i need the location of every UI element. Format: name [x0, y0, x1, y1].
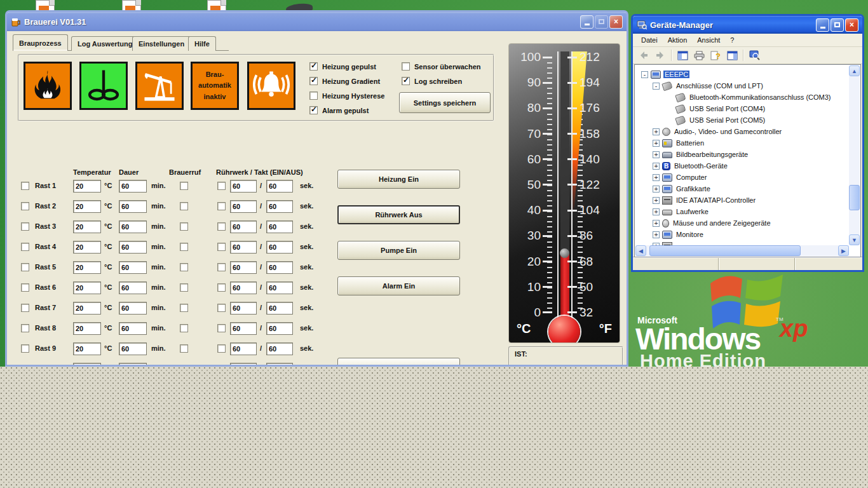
rast-ruehrwerk-checkbox[interactable]	[217, 263, 226, 271]
rast-brauerruf-checkbox[interactable]	[180, 324, 188, 332]
tree-item-ide[interactable]: + IDE ATA/ATAPI-Controller	[636, 194, 848, 206]
device-manager-titlebar[interactable]: Geräte-Manager ×	[633, 16, 862, 34]
expand-expander[interactable]: +	[653, 220, 660, 227]
rast-takt-ein-input[interactable]	[230, 200, 257, 213]
vertical-scrollbar[interactable]: ▲ ▼	[849, 65, 860, 245]
vertical-scroll-thumb[interactable]	[849, 185, 860, 210]
rast-temp-input[interactable]	[73, 342, 101, 355]
expand-expander[interactable]: +	[653, 174, 660, 181]
expand-expander[interactable]: +	[653, 128, 660, 135]
checkbox[interactable]	[309, 62, 318, 71]
rast-brauerruf-checkbox[interactable]	[180, 344, 188, 353]
rast-takt-aus-input[interactable]	[266, 200, 293, 213]
expand-expander[interactable]: +	[653, 231, 660, 238]
forward-icon[interactable]	[653, 49, 667, 62]
rast-enable-checkbox[interactable]	[21, 243, 29, 251]
pumpe-ein-button[interactable]: Pumpe Ein	[337, 241, 460, 260]
rast-ruehrwerk-checkbox[interactable]	[217, 243, 226, 251]
scroll-down-icon[interactable]: ▼	[849, 234, 860, 245]
rast-takt-ein-input[interactable]	[230, 220, 257, 233]
help-icon[interactable]: ?	[709, 49, 722, 62]
console-tree-icon[interactable]	[675, 49, 689, 62]
rast-enable-checkbox[interactable]	[21, 263, 29, 271]
minimize-button[interactable]	[580, 15, 593, 29]
tree-item-monitore[interactable]: + Monitore	[636, 229, 848, 240]
rast-takt-ein-input[interactable]	[230, 180, 257, 193]
heating-indicator[interactable]	[24, 62, 72, 110]
rast-brauerruf-checkbox[interactable]	[180, 243, 188, 251]
tree-item-batterien[interactable]: + Batterien	[636, 137, 848, 149]
expand-expander[interactable]: +	[653, 151, 660, 158]
tab-log-auswertung[interactable]: Log Auswertung	[71, 36, 139, 51]
rast-takt-ein-input[interactable]	[230, 281, 257, 294]
alarm-indicator[interactable]	[247, 62, 295, 110]
rast-takt-aus-input[interactable]	[266, 180, 293, 193]
rast-ruehrwerk-checkbox[interactable]	[217, 182, 226, 190]
rast-enable-checkbox[interactable]	[21, 344, 29, 353]
scroll-left-icon[interactable]: ◀	[635, 245, 646, 256]
menu-datei[interactable]: Datei	[637, 35, 662, 45]
rast-enable-checkbox[interactable]	[21, 202, 29, 210]
expand-expander[interactable]: +	[653, 140, 660, 147]
rast-enable-checkbox[interactable]	[21, 182, 29, 190]
rast-takt-aus-input[interactable]	[266, 322, 293, 335]
desktop-document-icon[interactable]	[205, 0, 229, 11]
rast-enable-checkbox[interactable]	[21, 304, 29, 312]
tree-item-bluetooth[interactable]: + B Bluetooth-Geräte	[636, 160, 848, 172]
option-heizung-gepulst[interactable]: Heizung gepulst	[309, 62, 376, 71]
rast-brauerruf-checkbox[interactable]	[180, 202, 188, 210]
tree-item-anschluesse[interactable]: - Anschlüsse (COM und LPT)	[636, 80, 848, 92]
close-button[interactable]: ×	[609, 15, 623, 29]
scroll-right-icon[interactable]: ▶	[838, 245, 849, 256]
rast-ruehrwerk-checkbox[interactable]	[217, 344, 226, 353]
tab-brauprozess[interactable]: Brauprozess	[13, 34, 68, 51]
tree-item-eeepc[interactable]: - EEEPC	[636, 69, 848, 80]
rast-brauerruf-checkbox[interactable]	[180, 263, 188, 271]
tree-item-computer[interactable]: + Computer	[636, 172, 848, 183]
rast-takt-ein-input[interactable]	[230, 261, 257, 274]
rast-dauer-input[interactable]	[119, 180, 147, 193]
checkbox[interactable]	[309, 92, 318, 100]
partial-button[interactable]	[337, 358, 460, 367]
rast-enable-checkbox[interactable]	[21, 222, 29, 231]
rast-brauerruf-checkbox[interactable]	[180, 283, 188, 292]
expand-expander[interactable]: +	[653, 208, 660, 215]
rast-dauer-input[interactable]	[119, 322, 147, 335]
rast-enable-checkbox[interactable]	[21, 283, 29, 292]
rast-takt-aus-input[interactable]	[266, 241, 293, 254]
rast-takt-aus-input[interactable]	[266, 261, 293, 274]
tree-item-com4[interactable]: USB Serial Port (COM4)	[636, 103, 848, 114]
rast-ruehrwerk-checkbox[interactable]	[217, 202, 226, 210]
menu-ansicht[interactable]: Ansicht	[693, 35, 724, 45]
option-heizung-hysterese[interactable]: Heizung Hysterese	[309, 92, 384, 100]
rast-dauer-input[interactable]	[119, 261, 147, 274]
horizontal-scroll-thumb[interactable]	[649, 245, 801, 256]
rast-takt-aus-input[interactable]	[266, 342, 293, 355]
scan-hardware-icon[interactable]	[747, 49, 761, 62]
expand-expander[interactable]: +	[653, 197, 660, 204]
rast-dauer-input[interactable]	[119, 241, 147, 254]
tree-item-maeuse[interactable]: + Mäuse und andere Zeigegeräte	[636, 217, 848, 229]
menu-help[interactable]: ?	[726, 35, 738, 45]
rast-takt-aus-input[interactable]	[266, 302, 293, 315]
menu-aktion[interactable]: Aktion	[663, 35, 692, 45]
checkbox[interactable]	[309, 77, 318, 85]
rast-enable-checkbox[interactable]	[21, 324, 29, 332]
tree-item-bildbearbeitung[interactable]: + Bildbearbeitungsgeräte	[636, 149, 848, 160]
option-log-schreiben[interactable]: Log schreiben	[402, 77, 462, 85]
tree-item-com5[interactable]: USB Serial Port (COM5)	[636, 114, 848, 126]
tab-einstellungen[interactable]: Einstellungen	[132, 36, 191, 51]
pump-indicator[interactable]	[135, 62, 184, 110]
rast-temp-input[interactable]	[73, 322, 101, 335]
rast-ruehrwerk-checkbox[interactable]	[217, 283, 226, 292]
rast-ruehrwerk-checkbox[interactable]	[217, 304, 226, 312]
option-alarm-gepulst[interactable]: Alarm gepulst	[309, 106, 369, 114]
desktop-document-icon[interactable]	[33, 0, 57, 11]
rast-takt-aus-input[interactable]	[266, 281, 293, 294]
rast-takt-ein-input[interactable]	[230, 342, 257, 355]
rast-takt-aus-input[interactable]	[266, 220, 293, 233]
horizontal-scrollbar[interactable]: ◀ ▶	[635, 245, 849, 256]
checkbox[interactable]	[309, 106, 318, 114]
heizung-ein-button[interactable]: Heizung Ein	[337, 170, 460, 189]
rast-brauerruf-checkbox[interactable]	[180, 304, 188, 312]
